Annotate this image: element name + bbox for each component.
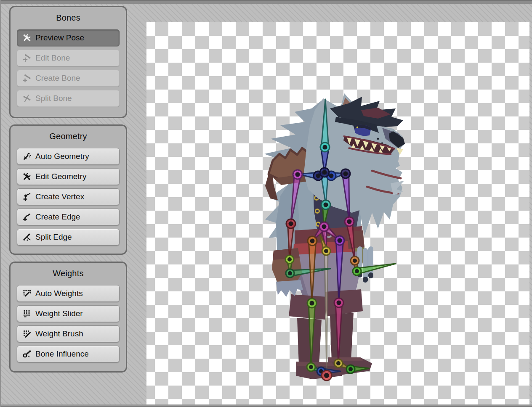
- auto-geometry-icon: [21, 152, 32, 161]
- tool-create-edge[interactable]: Create Edge: [17, 209, 120, 225]
- joint-pelvis[interactable]: [319, 222, 329, 231]
- tool-label: Create Vertex: [35, 192, 84, 201]
- panel-title: Bones: [17, 13, 120, 23]
- window-edge-top: [0, 0, 532, 4]
- tool-label: Create Edge: [35, 212, 80, 222]
- edit-geometry-icon: [21, 172, 32, 181]
- weight-brush-icon: [21, 329, 32, 338]
- joint-foot-right[interactable]: [346, 365, 355, 373]
- tool-weight-brush[interactable]: Weight Brush: [17, 325, 120, 342]
- edit-bone-icon: [21, 53, 32, 63]
- joint-hip-right[interactable]: [335, 236, 344, 245]
- tool-split-edge[interactable]: Split Edge: [17, 229, 120, 246]
- weights-panel: Weights Auto Weights Weight Slider Weigh…: [9, 262, 127, 373]
- geometry-panel: Geometry Auto Geometry Edit Geometry Cre…: [9, 124, 127, 255]
- tool-edit-geometry[interactable]: Edit Geometry: [17, 168, 120, 185]
- tool-preview-pose[interactable]: Preview Pose: [17, 29, 120, 46]
- joint-tail[interactable]: [322, 247, 330, 255]
- scene-view: [146, 22, 529, 404]
- weight-slider-icon: [21, 309, 32, 318]
- create-vertex-icon: [21, 192, 32, 201]
- panel-title: Geometry: [17, 132, 120, 141]
- joint-ankle-right[interactable]: [334, 359, 343, 367]
- sprite-canvas[interactable]: [146, 22, 529, 404]
- tool-split-bone[interactable]: Split Bone: [17, 90, 120, 107]
- joint-hand-left[interactable]: [286, 269, 294, 278]
- joint-wrist-right[interactable]: [351, 256, 359, 265]
- split-bone-icon: [21, 94, 32, 103]
- tool-label: Bone Influence: [35, 349, 89, 359]
- preview-pose-icon: [21, 33, 32, 42]
- tool-edit-bone[interactable]: Edit Bone: [17, 50, 120, 66]
- auto-weights-icon: [21, 289, 32, 298]
- joint-hand-right[interactable]: [353, 267, 361, 275]
- create-bone-icon: [21, 74, 32, 83]
- joint-neck[interactable]: [320, 143, 330, 152]
- tool-auto-weights[interactable]: Auto Weights: [17, 285, 120, 302]
- joint-hip-left[interactable]: [308, 236, 317, 246]
- tool-label: Edit Bone: [35, 53, 70, 63]
- window-edge-bottom: [0, 404, 532, 407]
- joint-chest-center[interactable]: [320, 168, 329, 177]
- tool-label: Create Bone: [35, 74, 80, 83]
- tool-weight-slider[interactable]: Weight Slider: [17, 305, 120, 322]
- tool-label: Split Bone: [35, 94, 72, 103]
- tool-auto-geometry[interactable]: Auto Geometry: [17, 148, 120, 165]
- tool-create-vertex[interactable]: Create Vertex: [17, 188, 120, 205]
- joint-elbow-right[interactable]: [345, 217, 354, 226]
- tool-label: Auto Weights: [35, 289, 83, 298]
- bones-panel: Bones Preview Pose Edit Bone Create Bone…: [9, 6, 127, 118]
- joint-ankle-left[interactable]: [307, 363, 315, 371]
- tool-label: Weight Brush: [35, 329, 83, 338]
- joint-belly[interactable]: [321, 200, 330, 209]
- tool-label: Split Edge: [35, 233, 72, 242]
- joint-shoulder-right[interactable]: [341, 169, 350, 178]
- tool-label: Auto Geometry: [35, 152, 89, 161]
- tool-label: Preview Pose: [35, 33, 84, 42]
- joint-elbow-left[interactable]: [286, 219, 295, 228]
- tool-label: Edit Geometry: [35, 172, 86, 181]
- joint-root[interactable]: [322, 370, 332, 381]
- joint-knee-right[interactable]: [334, 298, 343, 307]
- panel-title: Weights: [17, 269, 120, 278]
- split-edge-icon: [21, 233, 32, 242]
- tool-create-bone[interactable]: Create Bone: [17, 70, 120, 87]
- joint-shoulder-left[interactable]: [293, 170, 302, 179]
- bone-influence-icon: [21, 349, 32, 359]
- tool-bone-influence[interactable]: Bone Influence: [17, 346, 120, 362]
- create-edge-icon: [21, 212, 32, 222]
- skinning-editor-window: Bones Preview Pose Edit Bone Create Bone…: [0, 0, 532, 407]
- joint-wrist-left[interactable]: [285, 255, 294, 264]
- tool-label: Weight Slider: [35, 309, 83, 318]
- window-edge-left: [0, 0, 1, 407]
- joint-knee-left[interactable]: [307, 299, 317, 308]
